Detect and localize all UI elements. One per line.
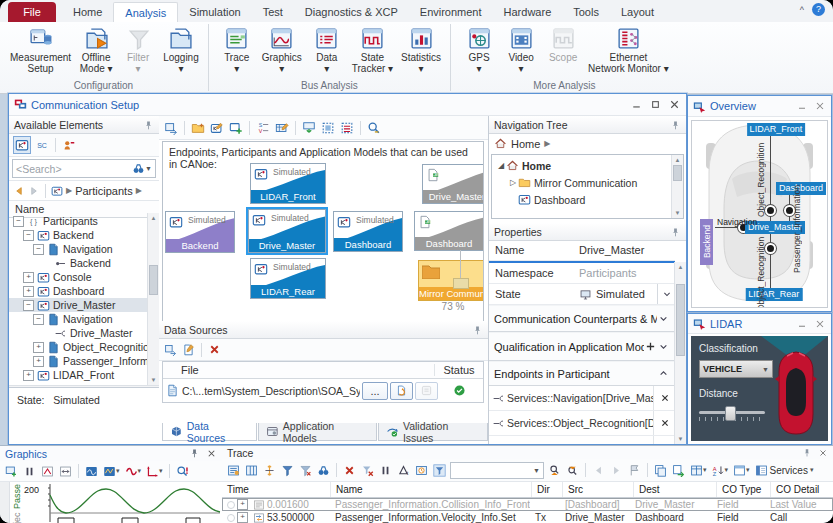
toolbar-button-marker-icon[interactable] — [627, 463, 642, 478]
property-section-endpoints-in-participant[interactable]: Endpoints in Participant — [489, 361, 675, 386]
toolbar-button-zoom-fit-icon[interactable] — [58, 464, 73, 479]
toolbar-button-find-icon[interactable] — [316, 463, 331, 478]
nav-tree-item-dashboard[interactable]: Dashboard — [494, 191, 671, 208]
pin-icon[interactable] — [472, 323, 483, 336]
card-dashboard[interactable]: CANDashboard — [414, 211, 484, 251]
tree-expander-icon[interactable]: + — [23, 272, 34, 283]
pin-icon[interactable] — [472, 325, 483, 336]
search-options-dropdown-icon[interactable]: ▼ — [145, 165, 152, 172]
toolbar-button-filter-highlight-icon[interactable] — [432, 463, 447, 478]
tab-tools[interactable]: Tools — [562, 2, 610, 22]
pin-icon[interactable] — [802, 448, 812, 458]
close-icon[interactable] — [814, 318, 826, 330]
tree-expander-icon[interactable]: − — [33, 244, 44, 255]
close-icon[interactable] — [206, 448, 217, 459]
minimize-icon[interactable] — [796, 318, 808, 330]
trace-column-dir[interactable]: Dir — [532, 482, 563, 497]
toolbar-button-search-alert-icon[interactable] — [175, 464, 190, 479]
toolbar-button-trace-expand-icon[interactable] — [262, 463, 277, 478]
toolbar-button-remove-data-source-icon[interactable] — [207, 342, 222, 357]
expander-open-icon[interactable]: ◢ — [496, 161, 506, 170]
toolbar-button-scope-dd-icon[interactable]: ▾ — [102, 464, 121, 479]
toolbar-button-signal-dd-icon[interactable]: ▾ — [124, 464, 143, 479]
toolbar-button-search-down-icon[interactable] — [547, 463, 562, 478]
tab-validation-issues[interactable]: Validation Issues — [378, 423, 488, 441]
card-dashboard[interactable]: SimulatedDashboard — [333, 211, 403, 252]
toolbar-button-auto-assign-icon[interactable]: SV — [255, 120, 271, 136]
toolbar-button-add-participant-icon[interactable] — [228, 120, 244, 136]
property-row-state[interactable]: StateSimulated — [489, 284, 675, 305]
remove-endpoint-button[interactable] — [653, 411, 675, 435]
toolbar-button-axes-dd-icon[interactable]: ▾ — [145, 464, 164, 479]
tab-simulation[interactable]: Simulation — [178, 2, 251, 22]
card-lidar-rear[interactable]: SimulatedLIDAR_Rear — [250, 258, 326, 299]
toolbar-button-new-folder-icon[interactable] — [190, 120, 206, 136]
status-column-header[interactable]: Status — [434, 364, 483, 376]
tree-expander-icon[interactable]: − — [23, 300, 34, 311]
pin-icon[interactable] — [670, 120, 681, 131]
tree-item-navigation[interactable]: −Navigation — [9, 242, 148, 256]
tab-layout[interactable]: Layout — [610, 2, 665, 22]
tab-environment[interactable]: Environment — [409, 2, 493, 22]
pin-icon[interactable] — [189, 448, 200, 459]
chevron-down-icon[interactable] — [657, 340, 670, 353]
file-column-header[interactable]: File — [163, 364, 434, 376]
toolbar-button-export-icon[interactable] — [671, 463, 686, 478]
reload-button[interactable] — [390, 382, 413, 400]
toolbar-button-communication-view-icon[interactable]: SC — [34, 137, 50, 153]
binoculars-icon[interactable] — [132, 162, 145, 175]
minimize-icon[interactable] — [796, 100, 808, 112]
ribbon-button-state-tracker[interactable]: State Tracker ▾ — [348, 25, 397, 74]
trace-row[interactable]: +53.500000Passenger_Information.Velocity… — [222, 511, 833, 523]
toolbar-button-trace-settings-icon[interactable] — [226, 463, 241, 478]
trace-column-time[interactable]: Time — [222, 482, 331, 497]
trace-row[interactable]: +0.001600Passenger_Information.Collision… — [222, 498, 833, 511]
tree-item-object-recognition[interactable]: +Object_Recognition — [9, 340, 148, 354]
card-backend[interactable]: SimulatedBackend — [165, 211, 235, 253]
tree-expander-icon[interactable]: − — [23, 230, 34, 241]
tree-item-backend[interactable]: Backend — [9, 256, 148, 270]
trace-column-name[interactable]: Name — [331, 482, 532, 497]
signal-label-2[interactable]: jec — [12, 511, 22, 523]
toolbar-button-nav-forward-icon[interactable] — [609, 463, 624, 478]
browse-button[interactable]: ... — [362, 382, 388, 400]
tab-home[interactable]: Home — [62, 2, 113, 22]
tree-item-drive-master[interactable]: −Drive_Master — [9, 298, 148, 312]
pin-icon[interactable] — [143, 120, 154, 131]
tree-expander-icon[interactable]: + — [23, 370, 34, 381]
chevron-down-icon[interactable] — [657, 312, 670, 325]
tree-item-participants[interactable]: −{ }Participants — [9, 214, 148, 228]
tree-expander-icon[interactable]: + — [23, 286, 34, 297]
plus-icon[interactable] — [644, 340, 657, 353]
tree-item-drive-master[interactable]: Drive_Master — [9, 326, 148, 340]
remove-endpoint-button[interactable] — [653, 436, 675, 444]
endpoint-row[interactable]: Services::Navigation[Drive_Mas — [489, 386, 675, 411]
tab-analysis[interactable]: Analysis — [113, 2, 178, 22]
toolbar-button-deploy-icon[interactable] — [301, 120, 317, 136]
toolbar-button-delta-time-icon[interactable]: t — [396, 463, 411, 478]
endpoint-row[interactable]: Services::Passenger_Informatio — [489, 436, 675, 444]
ribbon-button-logging[interactable]: Logging ▾ — [159, 25, 203, 74]
toolbar-button-search-up-icon[interactable] — [565, 463, 580, 478]
tab-application-models[interactable]: Application Models — [258, 423, 377, 441]
card-mirror-communic-[interactable]: Mirror Communic... — [418, 260, 484, 301]
tree-expander-icon[interactable]: + — [33, 356, 44, 367]
toolbar-button-filter-remove-icon[interactable] — [298, 463, 313, 478]
tree-item-passenger-information[interactable]: +Passenger_Information — [9, 354, 148, 368]
toolbar-button-add-data-source-icon[interactable] — [163, 342, 178, 357]
tab-hardware[interactable]: Hardware — [493, 2, 563, 22]
trace-search-input[interactable]: ▼ — [450, 462, 544, 479]
close-icon[interactable] — [668, 98, 681, 111]
toolbar-button-nav-back-icon[interactable] — [591, 463, 606, 478]
trace-column-co-type[interactable]: CO Type — [717, 482, 771, 497]
pin-icon[interactable] — [670, 227, 681, 238]
tree-item-navigation[interactable]: −Navigation — [9, 312, 148, 326]
toolbar-button-clear-icon[interactable] — [342, 463, 357, 478]
data-source-row[interactable]: C:\...tem\System_Description\SOA_System.… — [163, 379, 483, 402]
properties-scrollbar[interactable]: ▲▼ — [674, 262, 686, 444]
toolbar-button-hide-unmapped-icon[interactable] — [61, 137, 77, 153]
row-expander-icon[interactable]: + — [237, 499, 248, 510]
toolbar-button-clear-filter-icon[interactable] — [360, 463, 375, 478]
tree-expander-icon[interactable]: − — [13, 216, 24, 227]
card-lidar-front[interactable]: SimulatedLIDAR_Front — [250, 163, 326, 204]
